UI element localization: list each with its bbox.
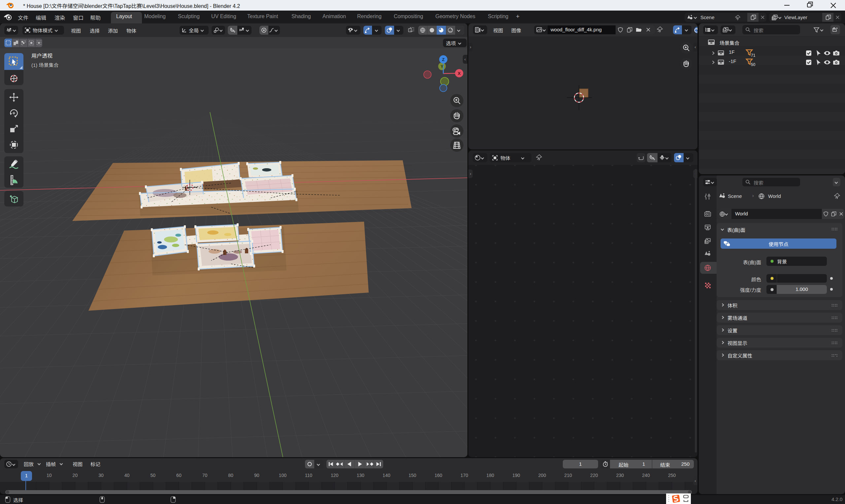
svg-text:71: 71 — [751, 53, 755, 58]
svg-text:Z: Z — [442, 57, 445, 62]
svg-text:50: 50 — [751, 62, 755, 67]
svg-text:Y: Y — [441, 64, 444, 69]
svg-text:X: X — [458, 71, 461, 76]
